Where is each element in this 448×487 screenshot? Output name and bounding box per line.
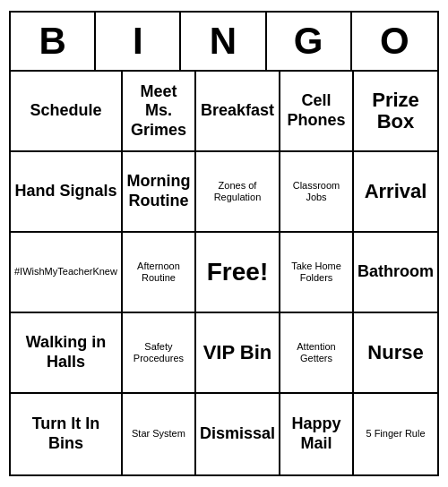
bingo-card: BINGO ScheduleMeet Ms. GrimesBreakfastCe… [9, 11, 439, 476]
bingo-cell-3: Cell Phones [280, 72, 354, 152]
bingo-letter-g: G [267, 13, 352, 70]
bingo-cell-4: Prize Box [354, 72, 437, 152]
bingo-cell-22: Dismissal [196, 394, 280, 474]
bingo-letter-n: N [181, 13, 266, 70]
bingo-cell-15: Walking in Halls [11, 313, 123, 394]
bingo-cell-7: Zones of Regulation [196, 152, 280, 233]
bingo-cell-21: Star System [123, 394, 196, 474]
bingo-cell-5: Hand Signals [11, 152, 123, 233]
bingo-cell-17: VIP Bin [196, 313, 280, 394]
bingo-cell-2: Breakfast [196, 72, 280, 152]
bingo-cell-1: Meet Ms. Grimes [123, 72, 196, 152]
bingo-cell-18: Attention Getters [280, 313, 354, 394]
bingo-cell-14: Bathroom [354, 233, 437, 313]
bingo-cell-19: Nurse [354, 313, 437, 394]
bingo-cell-6: Morning Routine [123, 152, 196, 233]
bingo-cell-20: Turn It In Bins [11, 394, 123, 474]
bingo-cell-10: #IWishMyTeacherKnew [11, 233, 123, 313]
bingo-header: BINGO [11, 13, 437, 72]
bingo-letter-i: I [96, 13, 181, 70]
bingo-cell-16: Safety Procedures [123, 313, 196, 394]
bingo-grid: ScheduleMeet Ms. GrimesBreakfastCell Pho… [11, 72, 437, 474]
bingo-cell-12: Free! [196, 233, 280, 313]
bingo-cell-24: 5 Finger Rule [354, 394, 437, 474]
bingo-cell-8: Classroom Jobs [280, 152, 354, 233]
bingo-cell-0: Schedule [11, 72, 123, 152]
bingo-cell-13: Take Home Folders [280, 233, 354, 313]
bingo-cell-9: Arrival [354, 152, 437, 233]
bingo-letter-o: O [352, 13, 437, 70]
bingo-letter-b: B [11, 13, 96, 70]
bingo-cell-11: Afternoon Routine [123, 233, 196, 313]
bingo-cell-23: Happy Mail [280, 394, 354, 474]
